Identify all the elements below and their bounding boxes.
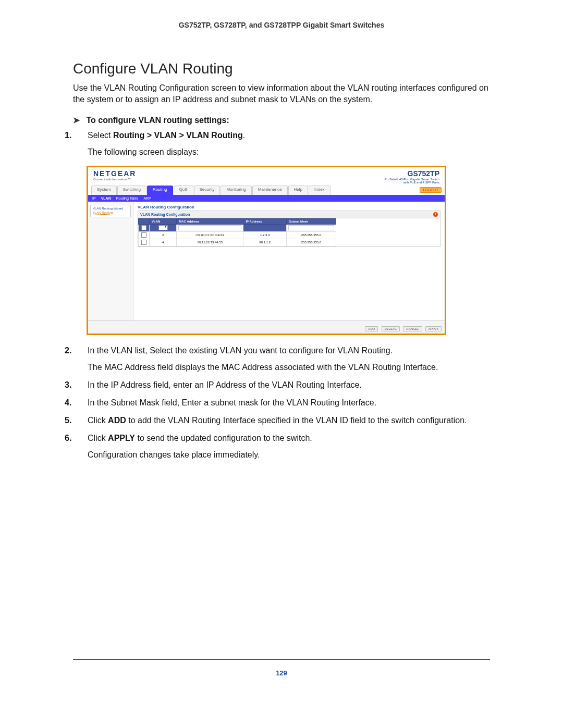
cell-ip: 90.1.1.2 xyxy=(243,239,287,246)
col-vlan: VLAN xyxy=(150,218,177,224)
cell-mask: 255.255.255.0 xyxy=(286,239,336,246)
step-6-bold: APPLY xyxy=(108,434,135,442)
input-row xyxy=(139,224,336,231)
panel-sub-title: VLAN Routing Configuration xyxy=(140,213,190,216)
step-1-sub: The following screen displays: xyxy=(88,146,490,158)
step-6-suffix: to send the updated configuration to the… xyxy=(135,434,312,442)
tab-maintenance[interactable]: Maintenance xyxy=(252,186,288,195)
step-2: 2.In the VLAN list, Select the existing … xyxy=(88,344,490,374)
cell-vlan: 4 xyxy=(150,239,177,246)
cell-vlan: 2 xyxy=(150,231,177,239)
brand-logo: NETGEAR xyxy=(93,169,136,178)
footer-rule xyxy=(73,659,490,660)
intro-paragraph: Use the VLAN Routing Configuration scree… xyxy=(73,82,490,106)
select-all-checkbox[interactable] xyxy=(141,225,146,230)
subtab-routing-table[interactable]: Routing Table xyxy=(116,196,139,200)
tab-security[interactable]: Security xyxy=(194,186,221,195)
section-title: Configure VLAN Routing xyxy=(73,60,490,77)
tab-qos[interactable]: QoS xyxy=(174,186,193,195)
row-checkbox[interactable] xyxy=(141,232,146,238)
vlan-table: VLAN MAC Address IP Address Subnet Mask xyxy=(138,218,336,246)
step-3-text: In the IP Address field, enter an IP Add… xyxy=(88,380,362,389)
model-sub1: ProSafe® 48-Port Gigabit Smart Switch xyxy=(385,178,439,181)
tab-switching[interactable]: Switching xyxy=(117,186,146,195)
step-1-prefix: Select xyxy=(88,131,113,140)
step-1-suffix: . xyxy=(243,131,245,140)
mask-input[interactable] xyxy=(288,225,334,230)
tab-index[interactable]: Index xyxy=(309,186,331,195)
tab-system[interactable]: System xyxy=(91,186,117,195)
ip-input[interactable] xyxy=(245,225,285,230)
step-1: 1.Select Routing > VLAN > VLAN Routing. … xyxy=(88,129,490,158)
step-4: 4.In the Subnet Mask field, Enter a subn… xyxy=(88,397,490,409)
table-row[interactable]: 2 C4:3D:C7:AC:DE:F3 1.2.3.4 255.255.255.… xyxy=(139,231,336,239)
model-sub2: with PoE and 4 SFP Ports xyxy=(385,181,439,184)
info-icon[interactable]: ? xyxy=(433,212,438,217)
step-6-sub: Configuration changes take place immedia… xyxy=(88,449,490,461)
panel-title: VLAN Routing Configuration xyxy=(138,205,440,209)
cell-mac: 00:11:22:33:44:55 xyxy=(177,239,243,246)
step-2-text: In the VLAN list, Select the existing VL… xyxy=(88,346,393,355)
step-6: 6.Click APPLY to send the updated config… xyxy=(88,432,490,461)
procedure-heading-text: To configure VLAN routing settings: xyxy=(86,116,229,125)
page-number: 129 xyxy=(73,669,490,677)
logout-button[interactable]: LOGOUT xyxy=(420,187,442,193)
step-4-text: In the Subnet Mask field, Enter a subnet… xyxy=(88,398,376,407)
cancel-button[interactable]: CANCEL xyxy=(403,326,422,331)
step-5-bold: ADD xyxy=(108,416,126,425)
tab-routing[interactable]: Routing xyxy=(147,186,173,195)
brand-tagline: Connect with Innovation ™ xyxy=(93,178,136,181)
add-button[interactable]: ADD xyxy=(365,326,378,331)
mac-input[interactable] xyxy=(178,225,241,230)
row-checkbox[interactable] xyxy=(141,240,146,245)
doc-header: GS752TP, GS728TP, and GS728TPP Gigabit S… xyxy=(73,21,490,29)
cell-mac: C4:3D:C7:AC:DE:F3 xyxy=(177,231,243,239)
step-5-suffix: to add the VLAN Routing Interface specif… xyxy=(126,416,467,425)
cell-mask: 255.255.255.0 xyxy=(286,231,336,239)
step-5: 5.Click ADD to add the VLAN Routing Inte… xyxy=(88,414,490,427)
subtab-arp[interactable]: ARP xyxy=(143,196,151,200)
subtab-ip[interactable]: IP xyxy=(92,196,96,200)
step-6-prefix: Click xyxy=(88,434,108,442)
tab-help[interactable]: Help xyxy=(288,186,308,195)
col-mac: MAC Address xyxy=(177,218,243,224)
apply-button[interactable]: APPLY xyxy=(425,326,442,331)
table-row[interactable]: 4 00:11:22:33:44:55 90.1.1.2 255.255.255… xyxy=(139,239,336,246)
step-1-bold: Routing > VLAN > VLAN Routing xyxy=(113,131,243,140)
model-name: GS752TP xyxy=(385,169,439,178)
arrow-icon: ➤ xyxy=(73,116,80,125)
subtab-vlan[interactable]: VLAN xyxy=(101,196,111,200)
tab-monitoring[interactable]: Monitoring xyxy=(221,186,251,195)
col-mask: Subnet Mask xyxy=(286,218,336,224)
procedure-heading: ➤ To configure VLAN routing settings: xyxy=(73,115,490,125)
screenshot: NETGEAR Connect with Innovation ™ GS752T… xyxy=(87,166,446,335)
vlan-select[interactable] xyxy=(158,225,168,230)
col-ip: IP Address xyxy=(243,218,287,224)
step-5-prefix: Click xyxy=(88,416,108,425)
cell-ip: 1.2.3.4 xyxy=(243,231,287,239)
delete-button[interactable]: DELETE xyxy=(382,326,400,331)
sidenav-vlan-routing-wizard[interactable]: VLAN Routing Wizard xyxy=(93,207,128,211)
sidenav-vlan-routing[interactable]: VLAN Routing xyxy=(93,211,128,215)
col-check[interactable] xyxy=(139,218,150,224)
step-2-sub: The MAC Address field displays the MAC A… xyxy=(88,361,490,374)
step-3: 3.In the IP Address field, enter an IP A… xyxy=(88,379,490,391)
